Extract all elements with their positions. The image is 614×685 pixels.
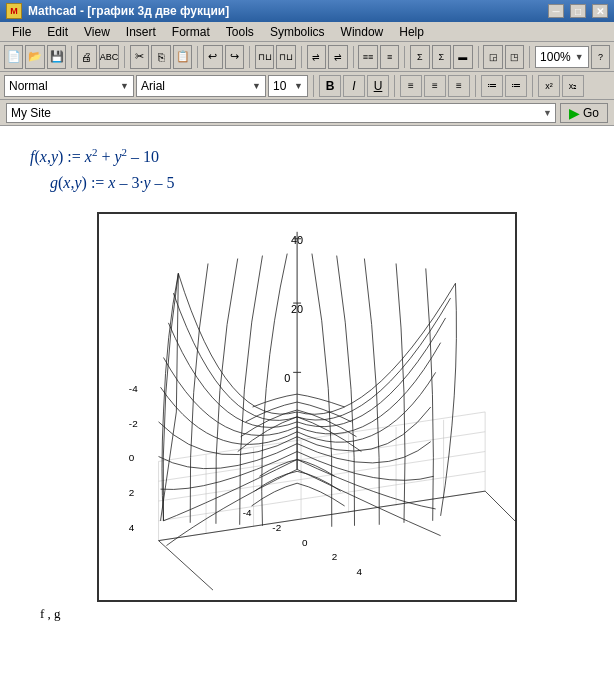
svg-text:-4: -4 xyxy=(243,507,252,518)
print-button[interactable]: 🖨 xyxy=(77,45,96,69)
plot-label: f , g xyxy=(30,606,584,622)
menu-symbolics[interactable]: Symbolics xyxy=(262,23,333,41)
style-dropdown[interactable]: Normal ▼ xyxy=(4,75,134,97)
tb-extra8[interactable]: Σ xyxy=(432,45,451,69)
align-center-button[interactable]: ≡ xyxy=(424,75,446,97)
zoom-dropdown[interactable]: 100% ▼ xyxy=(535,46,589,68)
svg-text:-2: -2 xyxy=(129,418,138,429)
titlebar: M Mathcad - [график 3д две фукции] ─ □ ✕ xyxy=(0,0,614,22)
sep-fmt4 xyxy=(532,75,533,97)
redo-button[interactable]: ↪ xyxy=(225,45,244,69)
style-value: Normal xyxy=(9,79,48,93)
minimize-button[interactable]: ─ xyxy=(548,4,564,18)
svg-text:-4: -4 xyxy=(129,383,138,394)
menu-window[interactable]: Window xyxy=(333,23,392,41)
bold-button[interactable]: B xyxy=(319,75,341,97)
toolbar1: 📄 📂 💾 🖨 ABC ✂ ⎘ 📋 ↩ ↪ ⊓⊔ ⊓⊔ ⇌ ⇌ ≡≡ ≡ Σ Σ… xyxy=(0,42,614,72)
sep9 xyxy=(529,46,530,68)
open-button[interactable]: 📂 xyxy=(25,45,44,69)
content-area: f(x,y) := x2 + y2 – 10 g(x,y) := x – 3·y… xyxy=(0,126,614,685)
tb-extra4[interactable]: ⇌ xyxy=(328,45,347,69)
plot-svg: 40 20 0 -4 -2 0 2 4 4 2 0 -2 -4 xyxy=(99,214,515,600)
menu-file[interactable]: File xyxy=(4,23,39,41)
size-value: 10 xyxy=(273,79,286,93)
sep8 xyxy=(478,46,479,68)
sep-fmt2 xyxy=(394,75,395,97)
tb-extra1[interactable]: ⊓⊔ xyxy=(255,45,274,69)
sep2 xyxy=(124,46,125,68)
sep3 xyxy=(197,46,198,68)
svg-text:2: 2 xyxy=(129,487,135,498)
paste-button[interactable]: 📋 xyxy=(173,45,192,69)
save-button[interactable]: 💾 xyxy=(47,45,66,69)
align-left-button[interactable]: ≡ xyxy=(400,75,422,97)
menu-insert[interactable]: Insert xyxy=(118,23,164,41)
zoom-value: 100% xyxy=(540,50,571,64)
url-input[interactable]: My Site xyxy=(6,103,556,123)
go-arrow-icon: ▶ xyxy=(569,105,580,121)
formula2-line: g(x,y) := x – 3·y – 5 xyxy=(50,174,584,192)
maximize-button[interactable]: □ xyxy=(570,4,586,18)
align-right-button[interactable]: ≡ xyxy=(448,75,470,97)
tb-extra10[interactable]: ◲ xyxy=(483,45,502,69)
subscript-button[interactable]: x₂ xyxy=(562,75,584,97)
underline-button[interactable]: U xyxy=(367,75,389,97)
zoom-arrow-icon: ▼ xyxy=(575,52,584,62)
svg-text:4: 4 xyxy=(356,567,362,578)
preview-button[interactable]: ABC xyxy=(99,45,120,69)
cut-button[interactable]: ✂ xyxy=(130,45,149,69)
formula1-line: f(x,y) := x2 + y2 – 10 xyxy=(30,146,584,166)
tb-extra3[interactable]: ⇌ xyxy=(307,45,326,69)
go-button[interactable]: ▶ Go xyxy=(560,103,608,123)
close-button[interactable]: ✕ xyxy=(592,4,608,18)
menu-tools[interactable]: Tools xyxy=(218,23,262,41)
bullets-button[interactable]: ≔ xyxy=(481,75,503,97)
copy-button[interactable]: ⎘ xyxy=(151,45,170,69)
formula-area: f(x,y) := x2 + y2 – 10 g(x,y) := x – 3·y… xyxy=(30,146,584,192)
size-arrow-icon: ▼ xyxy=(294,81,303,91)
svg-text:2: 2 xyxy=(332,552,338,563)
titlebar-title: Mathcad - [график 3д две фукции] xyxy=(28,4,229,18)
new-button[interactable]: 📄 xyxy=(4,45,23,69)
menu-format[interactable]: Format xyxy=(164,23,218,41)
svg-text:0: 0 xyxy=(302,537,308,548)
plot-container: 40 20 0 -4 -2 0 2 4 4 2 0 -2 -4 xyxy=(97,212,517,602)
menu-view[interactable]: View xyxy=(76,23,118,41)
sep-fmt3 xyxy=(475,75,476,97)
toolbar2: Normal ▼ Arial ▼ 10 ▼ B I U ≡ ≡ ≡ ≔ ≔ x²… xyxy=(0,72,614,100)
numbers-button[interactable]: ≔ xyxy=(505,75,527,97)
tb-extra5[interactable]: ≡≡ xyxy=(358,45,377,69)
sep5 xyxy=(301,46,302,68)
tb-extra7[interactable]: Σ xyxy=(410,45,429,69)
tb-extra2[interactable]: ⊓⊔ xyxy=(276,45,295,69)
size-dropdown[interactable]: 10 ▼ xyxy=(268,75,308,97)
formula1-text: f(x,y) := x2 + y2 – 10 xyxy=(30,146,159,166)
tb-extra6[interactable]: ≡ xyxy=(380,45,399,69)
svg-text:0: 0 xyxy=(284,373,290,385)
formula2-text: g(x,y) := x – 3·y – 5 xyxy=(50,174,175,192)
svg-text:0: 0 xyxy=(129,453,135,464)
undo-button[interactable]: ↩ xyxy=(203,45,222,69)
sep-fmt1 xyxy=(313,75,314,97)
menu-edit[interactable]: Edit xyxy=(39,23,76,41)
sep4 xyxy=(249,46,250,68)
style-arrow-icon: ▼ xyxy=(120,81,129,91)
sep1 xyxy=(71,46,72,68)
tb-last[interactable]: ? xyxy=(591,45,610,69)
font-arrow-icon: ▼ xyxy=(252,81,261,91)
tb-extra9[interactable]: ▬ xyxy=(453,45,472,69)
menubar: File Edit View Insert Format Tools Symbo… xyxy=(0,22,614,42)
url-dropdown-arrow[interactable]: ▼ xyxy=(543,108,552,118)
font-value: Arial xyxy=(141,79,165,93)
svg-text:4: 4 xyxy=(129,522,135,533)
menu-help[interactable]: Help xyxy=(391,23,432,41)
go-label: Go xyxy=(583,106,599,120)
sep6 xyxy=(353,46,354,68)
italic-button[interactable]: I xyxy=(343,75,365,97)
plot-label-text: f , g xyxy=(40,606,61,621)
urlbar: My Site ▼ ▶ Go xyxy=(0,100,614,126)
superscript-button[interactable]: x² xyxy=(538,75,560,97)
tb-extra11[interactable]: ◳ xyxy=(505,45,524,69)
font-dropdown[interactable]: Arial ▼ xyxy=(136,75,266,97)
titlebar-icon: M xyxy=(6,3,22,19)
